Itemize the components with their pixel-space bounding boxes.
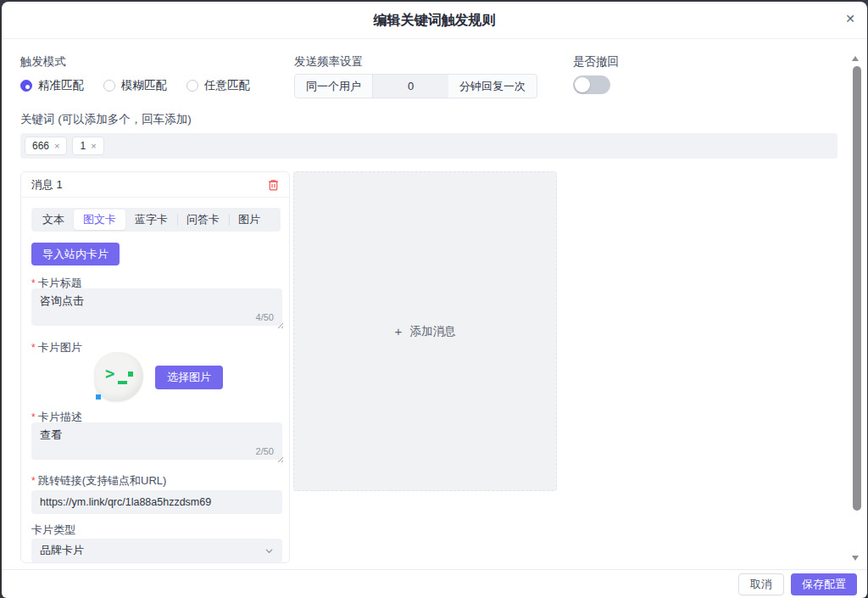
dialog-title: 编辑关键词触发规则 <box>2 2 867 39</box>
radio-icon <box>103 80 115 92</box>
dialog-footer: 取消 保存配置 <box>2 569 867 598</box>
message-title: 消息 1 <box>31 177 63 193</box>
link-input[interactable] <box>31 490 282 514</box>
card-type-select[interactable]: 品牌卡片 <box>31 539 282 562</box>
frequency-label: 发送频率设置 <box>294 54 363 70</box>
add-message-label: 添加消息 <box>409 324 455 339</box>
message-panel-header: 消息 1 <box>21 172 289 198</box>
card-image-label-text: 卡片图片 <box>38 340 82 355</box>
card-type-value: 品牌卡片 <box>40 543 84 558</box>
required-marker: * <box>31 277 36 289</box>
edit-keyword-rule-dialog: 编辑关键词触发规则 ✕ 触发模式 精准匹配 模糊匹配 任意匹配 发送频率设置 同… <box>2 2 867 598</box>
keywords-label: 关键词 (可以添加多个，回车添加) <box>20 112 192 127</box>
resize-grip-icon[interactable] <box>275 455 283 462</box>
card-image-thumbnail: > <box>94 352 143 401</box>
tab-text[interactable]: 文本 <box>33 210 74 230</box>
terminal-icon: > <box>105 364 114 383</box>
add-message-button[interactable]: + 添加消息 <box>293 171 557 491</box>
card-title-counter: 4/50 <box>256 312 274 322</box>
save-config-button[interactable]: 保存配置 <box>791 573 857 595</box>
card-type-label: 卡片类型 <box>31 523 75 538</box>
terminal-underscore <box>118 381 127 384</box>
choose-image-button[interactable]: 选择图片 <box>155 366 223 389</box>
tab-blue-text-card[interactable]: 蓝字卡 <box>125 210 177 230</box>
import-card-button[interactable]: 导入站内卡片 <box>31 243 120 265</box>
card-desc-textarea[interactable]: 查看 2/50 <box>31 422 282 460</box>
radio-fuzzy-match[interactable]: 模糊匹配 <box>103 78 167 93</box>
terminal-square <box>128 372 133 377</box>
tab-image-text-card[interactable]: 图文卡 <box>74 210 125 230</box>
card-title-value: 咨询点击 <box>40 293 274 309</box>
dialog-header: 编辑关键词触发规则 ✕ <box>2 2 867 39</box>
radio-any-match[interactable]: 任意匹配 <box>186 78 250 93</box>
radio-exact-match[interactable]: 精准匹配 <box>20 78 84 93</box>
cancel-button[interactable]: 取消 <box>738 573 784 595</box>
link-label-text: 跳转链接(支持锚点和URL) <box>38 473 167 489</box>
keywords-input[interactable]: 666 × 1 × <box>20 133 837 159</box>
required-marker: * <box>31 411 36 423</box>
remove-tag-icon[interactable]: × <box>54 141 59 151</box>
keyword-tag-text: 666 <box>32 140 49 152</box>
chevron-down-icon <box>264 546 274 556</box>
card-image-label: * 卡片图片 <box>31 340 82 355</box>
blue-dot <box>96 394 101 400</box>
required-marker: * <box>31 475 36 487</box>
frequency-prefix: 同一个用户 <box>294 74 373 98</box>
card-desc-counter: 2/50 <box>256 446 274 456</box>
plus-icon: + <box>395 324 403 338</box>
frequency-suffix: 分钟回复一次 <box>448 74 537 98</box>
tab-image[interactable]: 图片 <box>229 210 270 230</box>
radio-label: 模糊匹配 <box>121 78 167 93</box>
keyword-tag: 666 × <box>25 137 67 155</box>
toggle-knob <box>575 77 590 92</box>
card-title-textarea[interactable]: 咨询点击 4/50 <box>31 288 282 326</box>
radio-label: 精准匹配 <box>38 78 84 93</box>
message-panel: 消息 1 文本 图文卡 蓝字卡 问答卡 图片 导入站内卡片 * 卡片标题 咨询点… <box>20 171 290 563</box>
keyword-tag-text: 1 <box>80 140 86 152</box>
card-desc-value: 查看 <box>40 428 274 443</box>
delete-message-icon[interactable] <box>268 179 279 191</box>
keyword-tag: 1 × <box>72 137 103 155</box>
close-icon[interactable]: ✕ <box>845 13 855 25</box>
frequency-minutes-input[interactable] <box>373 74 448 98</box>
required-marker: * <box>31 342 36 354</box>
radio-icon <box>20 80 32 92</box>
card-type-label-text: 卡片类型 <box>31 523 75 538</box>
frequency-input-group: 同一个用户 分钟回复一次 <box>294 74 537 98</box>
recall-toggle[interactable] <box>573 75 610 94</box>
remove-tag-icon[interactable]: × <box>91 141 96 151</box>
link-label: * 跳转链接(支持锚点和URL) <box>31 473 166 489</box>
scrollbar-down-arrow[interactable] <box>852 556 859 561</box>
radio-icon <box>186 80 198 92</box>
trigger-mode-radio-group: 精准匹配 模糊匹配 任意匹配 <box>20 78 250 93</box>
message-type-tabs: 文本 图文卡 蓝字卡 问答卡 图片 <box>31 208 281 232</box>
recall-label: 是否撤回 <box>573 54 619 70</box>
trigger-mode-label: 触发模式 <box>20 54 66 70</box>
resize-grip-icon[interactable] <box>275 321 283 328</box>
radio-label: 任意匹配 <box>204 78 250 93</box>
scrollbar-up-arrow[interactable] <box>852 56 859 61</box>
scrollbar-thumb[interactable] <box>853 66 861 511</box>
tab-qa-card[interactable]: 问答卡 <box>177 210 229 230</box>
